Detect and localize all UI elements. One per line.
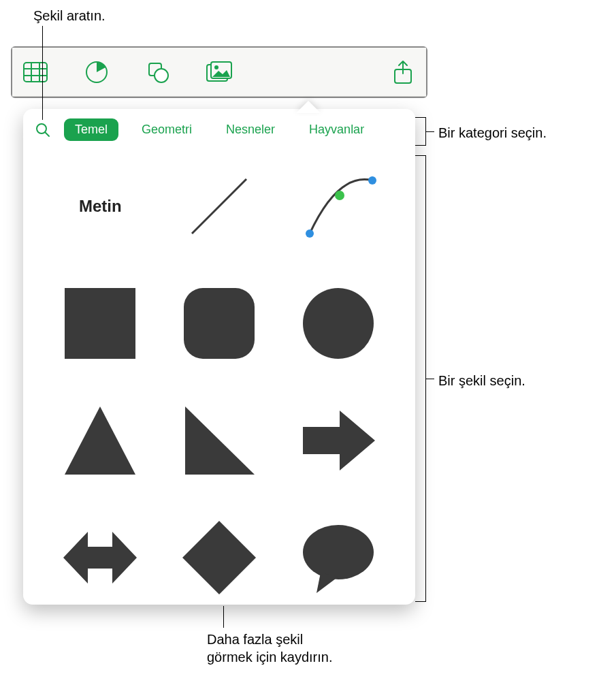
callout-scroll-line2: görmek için kaydırın.	[207, 650, 333, 665]
charts-button[interactable]	[83, 59, 110, 86]
callout-shape: Bir şekil seçin.	[438, 372, 525, 389]
triangle-icon	[59, 400, 141, 481]
shape-rounded-square[interactable]	[165, 269, 274, 378]
diamond-icon	[178, 517, 260, 598]
svg-rect-0	[24, 63, 47, 82]
shape-double-arrow[interactable]	[46, 503, 155, 605]
image-icon	[206, 61, 232, 83]
tab-animals[interactable]: Hayvanlar	[298, 118, 375, 141]
svg-point-15	[306, 229, 314, 238]
arrow-right-icon	[297, 400, 379, 481]
shapes-icon	[146, 61, 169, 84]
shape-text[interactable]: Metin	[46, 152, 155, 261]
tables-button[interactable]	[22, 59, 49, 86]
shape-line[interactable]	[165, 152, 274, 261]
speech-bubble-icon	[297, 517, 379, 598]
svg-marker-21	[65, 406, 135, 475]
svg-marker-22	[185, 406, 255, 475]
svg-point-20	[303, 288, 374, 359]
popover-caret	[296, 101, 321, 113]
svg-line-13	[45, 132, 49, 136]
shape-arrow-right[interactable]	[284, 386, 392, 495]
table-icon	[23, 62, 48, 82]
callout-scroll: Daha fazla şekil görmek için kaydırın.	[207, 630, 333, 666]
line-icon	[178, 165, 260, 247]
app-window	[11, 46, 427, 98]
media-button[interactable]	[206, 59, 233, 86]
svg-point-7	[155, 69, 168, 82]
svg-rect-18	[65, 288, 135, 359]
shape-right-triangle[interactable]	[165, 386, 274, 495]
shape-category-tabs: Temel Geometri Nesneler Hayvanlar	[23, 109, 415, 148]
shape-triangle[interactable]	[46, 386, 155, 495]
share-icon	[393, 60, 412, 84]
text-shape-label: Metin	[79, 197, 122, 216]
search-icon	[35, 123, 50, 138]
search-shapes-button[interactable]	[34, 121, 52, 139]
share-button[interactable]	[389, 59, 417, 86]
svg-point-16	[368, 176, 376, 185]
svg-point-17	[335, 191, 344, 200]
shape-speech-bubble[interactable]	[284, 503, 392, 605]
svg-rect-19	[184, 288, 255, 359]
callout-search: Şekil aratın.	[33, 7, 106, 25]
svg-point-10	[214, 65, 218, 69]
shape-square[interactable]	[46, 269, 155, 378]
callout-scroll-line1: Daha fazla şekil	[207, 632, 303, 647]
shapes-popover: Temel Geometri Nesneler Hayvanlar Metin	[23, 109, 415, 605]
curve-icon	[297, 165, 379, 247]
shape-curve[interactable]	[284, 152, 392, 261]
tab-objects[interactable]: Nesneler	[215, 118, 286, 141]
tab-basic[interactable]: Temel	[64, 118, 118, 141]
callout-category: Bir kategori seçin.	[438, 124, 547, 142]
right-triangle-icon	[178, 400, 260, 481]
toolbar	[12, 48, 426, 97]
square-icon	[59, 283, 141, 364]
rounded-square-icon	[178, 283, 260, 364]
svg-line-14	[192, 179, 246, 234]
shapes-button[interactable]	[144, 59, 172, 86]
svg-marker-24	[63, 532, 137, 584]
tab-geometry[interactable]: Geometri	[131, 118, 203, 141]
circle-icon	[297, 283, 379, 364]
shape-circle[interactable]	[284, 269, 392, 378]
svg-point-26	[303, 525, 374, 579]
svg-marker-25	[182, 521, 256, 594]
shape-diamond[interactable]	[165, 503, 274, 605]
shapes-grid[interactable]: Metin	[23, 148, 415, 605]
svg-marker-23	[303, 411, 375, 470]
double-arrow-icon	[59, 517, 141, 598]
pie-chart-icon	[85, 61, 108, 84]
